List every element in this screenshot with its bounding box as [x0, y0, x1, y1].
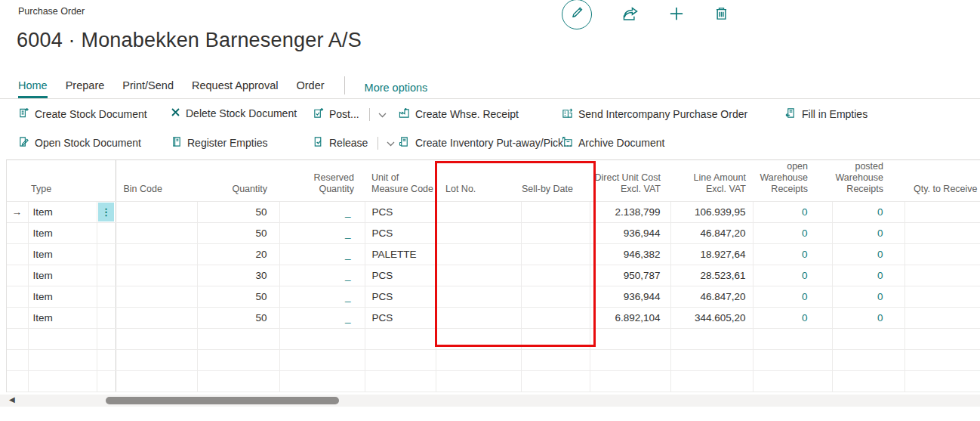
column-header-direct-unit-cost[interactable]: Direct Unit Cost Excl. VAT — [590, 160, 670, 201]
cell-open-whse-receipts[interactable]: 0 — [753, 265, 832, 286]
cell-qty-to-receive[interactable] — [904, 307, 980, 328]
row-menu-cell[interactable] — [97, 243, 116, 265]
cell-lot-no[interactable] — [436, 243, 521, 265]
cell-posted-whse-receipts[interactable]: 0 — [832, 201, 904, 222]
row-ellipsis-icon[interactable]: ⋮ — [98, 203, 114, 221]
cell-sell-by-date[interactable] — [521, 265, 590, 286]
cell-reserved-quantity[interactable]: _ — [279, 201, 365, 222]
edit-button[interactable] — [562, 0, 592, 29]
release-button[interactable]: Release — [313, 136, 395, 150]
cell-bin-code[interactable] — [116, 243, 197, 265]
cell-unit-of-measure[interactable]: PCS — [365, 265, 436, 286]
cell-open-whse-receipts[interactable]: 0 — [753, 201, 832, 222]
cell-type[interactable]: Item — [28, 201, 97, 222]
cell-posted-whse-receipts[interactable]: 0 — [832, 307, 904, 328]
share-button[interactable] — [622, 6, 639, 24]
cell-qty-to-receive[interactable] — [904, 286, 980, 307]
cell-sell-by-date[interactable] — [521, 286, 590, 307]
cell-open-whse-receipts[interactable]: 0 — [753, 222, 832, 243]
create-stock-document-button[interactable]: Create Stock Document — [18, 107, 147, 121]
row-menu-cell[interactable] — [97, 265, 116, 286]
cell-open-whse-receipts[interactable]: 0 — [753, 286, 832, 307]
cell-quantity[interactable]: 50 — [197, 201, 279, 222]
cell-line-amount[interactable]: 46.847,20 — [670, 286, 753, 307]
cell-unit-of-measure[interactable]: PCS — [365, 222, 436, 243]
cell-direct-unit-cost[interactable]: 2.138,799 — [590, 201, 670, 222]
scroll-left-arrow-icon[interactable]: ◀ — [9, 395, 15, 404]
cell-quantity[interactable]: 50 — [197, 286, 279, 307]
cell-unit-of-measure[interactable]: PCS — [365, 286, 436, 307]
chevron-down-icon[interactable] — [378, 108, 387, 120]
cell-posted-whse-receipts[interactable]: 0 — [832, 286, 904, 307]
cell-direct-unit-cost[interactable]: 6.892,104 — [590, 307, 670, 328]
cell-type[interactable]: Item — [28, 265, 97, 286]
cell-posted-whse-receipts[interactable]: 0 — [832, 222, 904, 243]
tab-request-approval[interactable]: Request Approval — [192, 73, 278, 98]
cell-bin-code[interactable] — [116, 222, 197, 243]
cell-quantity[interactable]: 50 — [197, 222, 279, 243]
cell-line-amount[interactable]: 28.523,61 — [670, 265, 753, 286]
scrollbar-thumb[interactable] — [106, 397, 339, 404]
cell-bin-code[interactable] — [116, 286, 197, 307]
cell-bin-code[interactable] — [116, 307, 197, 328]
cell-unit-of-measure[interactable]: PCS — [365, 201, 436, 222]
cell-quantity[interactable]: 50 — [197, 307, 279, 328]
cell-posted-whse-receipts[interactable]: 0 — [832, 265, 904, 286]
cell-direct-unit-cost[interactable]: 946,382 — [590, 243, 670, 265]
column-header-type[interactable]: Type — [28, 160, 97, 201]
tab-prepare[interactable]: Prepare — [66, 73, 105, 98]
tab-print-send[interactable]: Print/Send — [122, 73, 174, 98]
more-options-button[interactable]: More options — [365, 76, 428, 95]
cell-line-amount[interactable]: 46.847,20 — [670, 222, 753, 243]
column-header-bin-code[interactable]: Bin Code — [116, 160, 197, 201]
tab-order[interactable]: Order — [296, 73, 324, 98]
tab-home[interactable]: Home — [18, 73, 48, 98]
cell-type[interactable]: Item — [28, 243, 97, 265]
cell-lot-no[interactable] — [436, 307, 521, 328]
open-stock-document-button[interactable]: Open Stock Document — [18, 136, 141, 150]
cell-unit-of-measure[interactable]: PCS — [365, 307, 436, 328]
post-button[interactable]: Post... — [313, 107, 387, 121]
column-header-qty-to-receive[interactable]: Qty. to Receive — [904, 160, 980, 201]
column-header-line-amount[interactable]: Line Amount Excl. VAT — [670, 160, 753, 201]
cell-type[interactable]: Item — [28, 307, 97, 328]
cell-direct-unit-cost[interactable]: 950,787 — [590, 265, 670, 286]
delete-stock-document-button[interactable]: Delete Stock Document — [171, 107, 297, 119]
cell-lot-no[interactable] — [436, 265, 521, 286]
register-empties-button[interactable]: Register Empties — [171, 136, 268, 150]
column-header-lot-no[interactable]: Lot No. — [436, 160, 521, 201]
cell-reserved-quantity[interactable]: _ — [279, 307, 365, 328]
column-header-quantity[interactable]: Quantity — [197, 160, 279, 201]
cell-qty-to-receive[interactable] — [904, 243, 980, 265]
send-intercompany-purchase-order-button[interactable]: Send Intercompany Purchase Order — [562, 107, 747, 121]
cell-qty-to-receive[interactable] — [904, 201, 980, 222]
cell-type[interactable]: Item — [28, 286, 97, 307]
chevron-down-icon[interactable] — [387, 137, 395, 149]
cell-type[interactable]: Item — [28, 222, 97, 243]
cell-sell-by-date[interactable] — [521, 222, 590, 243]
cell-qty-to-receive[interactable] — [904, 265, 980, 286]
cell-bin-code[interactable] — [116, 201, 197, 222]
cell-reserved-quantity[interactable]: _ — [279, 243, 365, 265]
cell-reserved-quantity[interactable]: _ — [279, 222, 365, 243]
cell-bin-code[interactable] — [116, 265, 197, 286]
column-header-posted-whse-receipts[interactable]: posted Warehouse Receipts — [832, 160, 904, 201]
row-menu-cell[interactable]: ⋮ — [97, 201, 116, 222]
cell-direct-unit-cost[interactable]: 936,944 — [590, 286, 670, 307]
cell-line-amount[interactable]: 18.927,64 — [670, 243, 753, 265]
cell-qty-to-receive[interactable] — [904, 222, 980, 243]
create-whse-receipt-button[interactable]: Create Whse. Receipt — [399, 107, 519, 121]
column-header-unit-of-measure[interactable]: Unit of Measure Code — [365, 160, 436, 201]
cell-open-whse-receipts[interactable]: 0 — [753, 243, 832, 265]
cell-lot-no[interactable] — [436, 201, 521, 222]
row-menu-cell[interactable] — [97, 307, 116, 328]
cell-unit-of-measure[interactable]: PALETTE — [365, 243, 436, 265]
column-header-open-whse-receipts[interactable]: open Warehouse Receipts — [753, 160, 832, 201]
cell-sell-by-date[interactable] — [521, 307, 590, 328]
cell-quantity[interactable]: 20 — [197, 243, 279, 265]
row-menu-cell[interactable] — [97, 222, 116, 243]
cell-open-whse-receipts[interactable]: 0 — [753, 307, 832, 328]
column-header-reserved-quantity[interactable]: Reserved Quantity — [279, 160, 365, 201]
cell-reserved-quantity[interactable]: _ — [279, 265, 365, 286]
cell-sell-by-date[interactable] — [521, 201, 590, 222]
